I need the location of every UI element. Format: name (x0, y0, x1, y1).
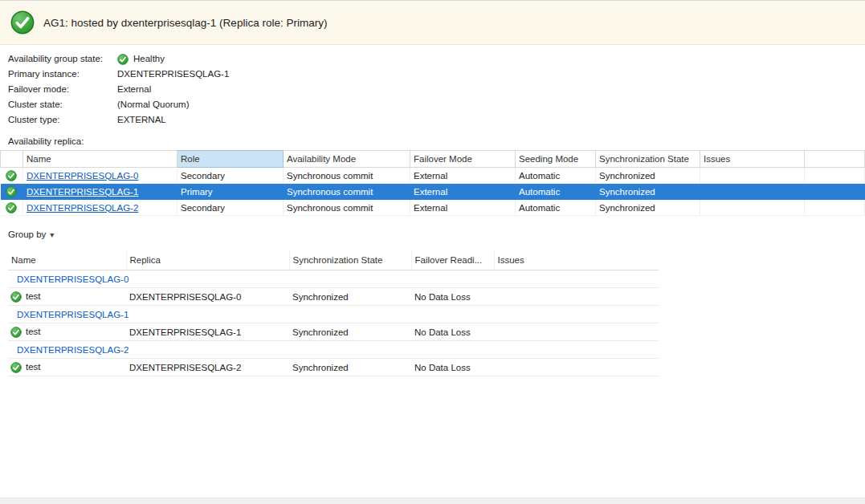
replica-seeding-mode: Automatic (516, 168, 596, 184)
replica-name-link[interactable]: DXENTERPRISESQLAG-1 (27, 187, 138, 197)
summary-row-failover-mode: Failover mode: External (8, 82, 865, 97)
replica-name-link[interactable]: DXENTERPRISESQLAG-2 (27, 203, 138, 213)
database-failover-readiness: No Data Loss (411, 288, 494, 306)
replica-row[interactable]: DXENTERPRISESQLAG-0 Secondary Synchronou… (1, 168, 865, 184)
replica-role: Secondary (177, 168, 284, 184)
group-name: DXENTERPRISESQLAG-1 (8, 306, 659, 323)
database-failover-readiness: No Data Loss (411, 323, 494, 341)
database-row[interactable]: test DXENTERPRISESQLAG-2 Synchronized No… (8, 359, 659, 376)
primary-instance-value: DXENTERPRISESQLAG-1 (117, 67, 229, 82)
databases-table: Name Replica Synchronization State Failo… (8, 250, 659, 376)
summary-row-group-state: Availability group state: Healthy (8, 51, 865, 67)
replica-issues (700, 200, 805, 216)
column-header-seeding-mode[interactable]: Seeding Mode (516, 151, 596, 168)
database-row[interactable]: test DXENTERPRISESQLAG-1 Synchronized No… (8, 323, 659, 341)
availability-replica-table: Name Role Availability Mode Failover Mod… (0, 150, 865, 216)
database-issues (494, 323, 659, 341)
column-header-status[interactable] (1, 151, 23, 168)
column-header-synchronization-state[interactable]: Synchronization State (289, 250, 411, 270)
summary-section: Availability group state: Healthy Primar… (0, 45, 865, 128)
database-synchronization-state: Synchronized (289, 288, 411, 306)
replica-row-selected[interactable]: DXENTERPRISESQLAG-1 Primary Synchronous … (1, 184, 865, 200)
replica-role: Secondary (177, 200, 284, 216)
database-issues (494, 359, 659, 376)
database-issues (494, 288, 659, 306)
summary-row-cluster-state: Cluster state: (Normal Quorum) (8, 97, 865, 112)
group-name: DXENTERPRISESQLAG-0 (8, 270, 659, 288)
availability-group-dashboard: AG1: hosted by dxenterprisesqlag-1 (Repl… (0, 0, 865, 504)
replica-availability-mode: Synchronous commit (284, 200, 410, 216)
bottom-status-strip (0, 498, 865, 504)
column-header-name[interactable]: Name (23, 151, 177, 168)
column-header-failover-mode[interactable]: Failover Mode (410, 151, 516, 168)
replica-seeding-mode: Automatic (516, 184, 596, 200)
summary-row-cluster-type: Cluster type: EXTERNAL (8, 112, 865, 128)
database-replica: DXENTERPRISESQLAG-1 (126, 323, 289, 341)
replica-failover-mode: External (410, 200, 516, 216)
column-header-failover-readiness[interactable]: Failover Readi... (411, 250, 494, 270)
replica-availability-mode: Synchronous commit (284, 168, 410, 184)
replica-issues (700, 168, 805, 184)
database-synchronization-state: Synchronized (289, 359, 411, 376)
failover-mode-value: External (117, 82, 151, 97)
availability-replica-label: Availability replica: (8, 136, 865, 146)
database-name: test (26, 327, 41, 336)
replica-synchronization-state: Synchronized (596, 184, 700, 200)
replica-availability-mode: Synchronous commit (284, 184, 410, 200)
column-header-issues[interactable]: Issues (494, 250, 659, 270)
cluster-type-label: Cluster type: (8, 112, 117, 128)
healthy-check-icon (10, 10, 35, 35)
replica-name-link[interactable]: DXENTERPRISESQLAG-0 (27, 171, 138, 181)
database-name: test (26, 362, 41, 372)
summary-row-primary-instance: Primary instance: DXENTERPRISESQLAG-1 (8, 67, 865, 82)
chevron-down-icon: ▾ (50, 230, 54, 239)
primary-instance-label: Primary instance: (8, 67, 117, 82)
replica-synchronization-state: Synchronized (596, 200, 700, 216)
group-header-row: DXENTERPRISESQLAG-0 (8, 270, 659, 288)
healthy-check-icon (6, 202, 17, 213)
cluster-type-value: EXTERNAL (117, 112, 166, 128)
databases-table-header-row: Name Replica Synchronization State Failo… (8, 250, 659, 270)
healthy-check-icon (10, 327, 22, 338)
column-header-issues[interactable]: Issues (700, 151, 805, 168)
column-header-filler (805, 151, 865, 168)
healthy-check-icon (10, 362, 22, 373)
group-name: DXENTERPRISESQLAG-2 (8, 341, 659, 359)
database-failover-readiness: No Data Loss (411, 359, 494, 376)
group-header-row: DXENTERPRISESQLAG-2 (8, 341, 659, 359)
healthy-check-icon (6, 170, 17, 181)
cluster-state-value: (Normal Quorum) (117, 97, 189, 112)
healthy-check-icon (6, 186, 17, 197)
column-header-role[interactable]: Role (177, 151, 284, 168)
column-header-synchronization-state[interactable]: Synchronization State (596, 151, 700, 168)
group-state-value: Healthy (133, 51, 165, 67)
group-header-row: DXENTERPRISESQLAG-1 (8, 306, 659, 323)
replica-failover-mode: External (410, 184, 516, 200)
replica-issues (700, 184, 805, 200)
group-by-dropdown[interactable]: Group by ▾ (8, 226, 54, 242)
replica-synchronization-state: Synchronized (596, 168, 700, 184)
column-header-replica[interactable]: Replica (126, 250, 289, 270)
database-replica: DXENTERPRISESQLAG-2 (126, 359, 289, 376)
column-header-availability-mode[interactable]: Availability Mode (284, 151, 410, 168)
failover-mode-label: Failover mode: (8, 82, 117, 97)
healthy-check-icon (117, 54, 129, 65)
replica-table-header-row: Name Role Availability Mode Failover Mod… (1, 151, 865, 168)
replica-failover-mode: External (410, 168, 516, 184)
replica-role: Primary (177, 184, 284, 200)
replica-row[interactable]: DXENTERPRISESQLAG-2 Secondary Synchronou… (1, 200, 865, 216)
database-replica: DXENTERPRISESQLAG-0 (126, 288, 289, 306)
group-by-label: Group by (8, 230, 46, 239)
group-state-label: Availability group state: (8, 51, 117, 67)
dashboard-header: AG1: hosted by dxenterprisesqlag-1 (Repl… (0, 1, 865, 45)
cluster-state-label: Cluster state: (8, 97, 117, 112)
page-title: AG1: hosted by dxenterprisesqlag-1 (Repl… (43, 17, 327, 29)
database-row[interactable]: test DXENTERPRISESQLAG-0 Synchronized No… (8, 288, 659, 306)
replica-seeding-mode: Automatic (516, 200, 596, 216)
database-synchronization-state: Synchronized (289, 323, 411, 341)
database-name: test (26, 291, 41, 301)
column-header-name[interactable]: Name (8, 250, 126, 270)
healthy-check-icon (10, 291, 22, 303)
